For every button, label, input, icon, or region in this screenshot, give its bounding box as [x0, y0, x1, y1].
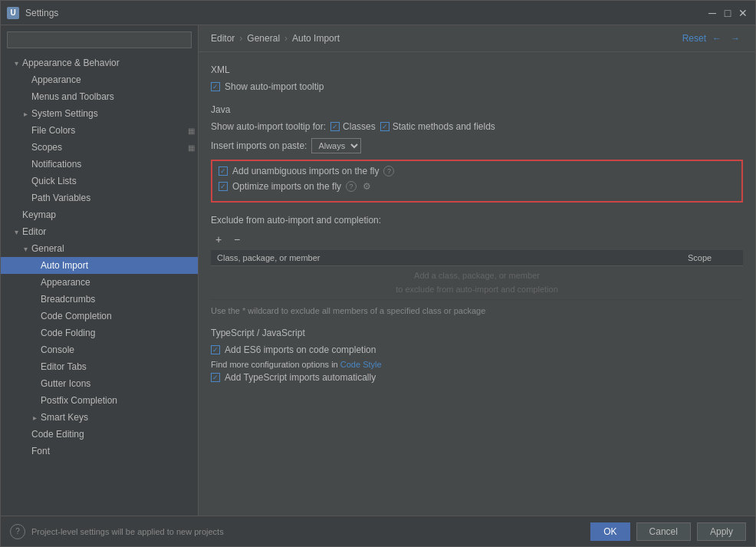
java-unambiguous-row: Add unambiguous imports on the fly ?	[219, 166, 735, 176]
sidebar-label-postfix-completion: Postfix Completion	[41, 395, 195, 406]
xml-show-tooltip-text: Show auto-import tooltip	[225, 81, 324, 92]
exclude-section: Exclude from auto-import and completion:…	[211, 215, 743, 315]
remove-exclude-button[interactable]: −	[229, 232, 245, 247]
sidebar-item-quick-lists[interactable]: Quick Lists	[1, 173, 198, 189]
file-colors-icon: ▦	[188, 127, 195, 135]
col-class-member: Class, package, or member	[211, 250, 682, 266]
sidebar-item-code-editing[interactable]: Code Editing	[1, 426, 198, 443]
sidebar-label-file-colors: File Colors	[31, 125, 185, 136]
optimize-help-icon: ?	[346, 181, 357, 192]
sidebar-item-menus-toolbars[interactable]: Menus and Toolbars	[1, 88, 198, 105]
wildcard-note: Use the * wildcard to exclude all member…	[211, 306, 743, 315]
code-style-link[interactable]: Code Style	[340, 360, 382, 369]
java-static-methods-checkbox[interactable]	[380, 122, 390, 131]
optimize-settings-icon: ⚙	[363, 181, 371, 192]
sidebar-item-code-completion[interactable]: Code Completion	[1, 308, 198, 325]
java-classes-text: Classes	[343, 121, 376, 132]
sidebar-item-auto-import[interactable]: Auto Import	[1, 257, 198, 274]
sidebar-item-font[interactable]: Font	[1, 443, 198, 460]
sidebar-item-scopes[interactable]: Scopes ▦	[1, 139, 198, 156]
sidebar-label-auto-import: Auto Import	[41, 260, 195, 271]
xml-show-tooltip-label[interactable]: Show auto-import tooltip	[211, 81, 324, 92]
ts-auto-import-row: Add TypeScript imports automatically	[211, 372, 743, 383]
typescript-section-title: TypeScript / JavaScript	[211, 328, 743, 338]
java-insert-imports-label: Insert imports on paste:	[211, 140, 307, 151]
forward-button[interactable]: →	[728, 31, 743, 45]
main-content: Appearance & Behavior Appearance Menus a…	[1, 25, 755, 516]
java-tooltip-for-label: Show auto-import tooltip for:	[211, 121, 326, 132]
ts-auto-import-label[interactable]: Add TypeScript imports automatically	[211, 372, 376, 383]
sidebar-item-smart-keys[interactable]: Smart Keys	[1, 409, 198, 426]
sidebar-item-system-settings[interactable]: System Settings	[1, 105, 198, 122]
sidebar-label-menus-toolbars: Menus and Toolbars	[31, 91, 195, 102]
sidebar-item-breadcrumbs[interactable]: Breadcrumbs	[1, 291, 198, 308]
minimize-button[interactable]: ─	[706, 7, 718, 19]
breadcrumb: Editor › General › Auto Import	[211, 33, 340, 44]
exclude-section-title: Exclude from auto-import and completion:	[211, 215, 743, 226]
java-optimize-checkbox[interactable]	[219, 182, 228, 191]
add-exclude-button[interactable]: +	[211, 232, 226, 247]
empty-hint-line2: to exclude from auto-import and completi…	[396, 285, 558, 294]
close-button[interactable]: ✕	[737, 7, 749, 19]
reset-button[interactable]: Reset	[682, 33, 706, 44]
sidebar-item-gutter-icons[interactable]: Gutter Icons	[1, 375, 198, 392]
xml-show-tooltip-checkbox[interactable]	[211, 82, 220, 91]
sidebar-label-general: General	[31, 243, 195, 254]
sidebar-item-file-colors[interactable]: File Colors ▦	[1, 122, 198, 139]
sidebar-item-editor-tabs[interactable]: Editor Tabs	[1, 358, 198, 375]
maximize-button[interactable]: □	[721, 7, 734, 19]
col-scope: Scope	[682, 250, 743, 266]
java-unambiguous-label[interactable]: Add unambiguous imports on the fly ?	[219, 166, 394, 176]
xml-section-title: XML	[211, 64, 743, 75]
search-input[interactable]	[7, 31, 192, 48]
sidebar-item-appearance[interactable]: Appearance	[1, 71, 198, 88]
tree-arrow-appearance-behavior	[10, 57, 22, 69]
sidebar-item-appearance-behavior[interactable]: Appearance & Behavior	[1, 54, 198, 71]
java-classes-checkbox[interactable]	[330, 122, 340, 131]
table-toolbar: + −	[211, 232, 743, 247]
breadcrumb-auto-import: Auto Import	[292, 33, 340, 44]
sidebar-item-code-folding[interactable]: Code Folding	[1, 325, 198, 341]
java-classes-label[interactable]: Classes	[330, 121, 376, 132]
java-insert-imports-select[interactable]: Always Ask Never	[311, 138, 361, 153]
sidebar-item-keymap[interactable]: Keymap	[1, 206, 198, 223]
sidebar-item-notifications[interactable]: Notifications	[1, 156, 198, 173]
breadcrumb-editor: Editor	[211, 33, 235, 44]
ok-button[interactable]: OK	[590, 522, 629, 541]
sidebar-item-postfix-completion[interactable]: Postfix Completion	[1, 392, 198, 409]
sidebar-item-path-variables[interactable]: Path Variables	[1, 189, 198, 206]
back-button[interactable]: ←	[709, 31, 725, 45]
sidebar-label-code-folding: Code Folding	[41, 328, 195, 338]
java-optimize-label[interactable]: Optimize imports on the fly ? ⚙	[219, 181, 371, 192]
xml-section: XML Show auto-import tooltip	[211, 64, 743, 92]
java-unambiguous-checkbox[interactable]	[219, 166, 228, 176]
cancel-button[interactable]: Cancel	[636, 522, 691, 541]
ts-auto-import-checkbox[interactable]	[211, 373, 220, 382]
java-static-methods-text: Static methods and fields	[393, 121, 495, 132]
tree-arrow-system	[19, 107, 31, 120]
exclude-table: Class, package, or member Scope Add a cl…	[211, 250, 743, 300]
ts-es6-label[interactable]: Add ES6 imports on code completion	[211, 344, 376, 355]
sidebar-label-keymap: Keymap	[22, 209, 195, 220]
scopes-icon: ▦	[188, 143, 195, 152]
java-optimize-text: Optimize imports on the fly	[232, 181, 341, 192]
unambiguous-help-icon: ?	[383, 166, 394, 176]
sidebar-label-notifications: Notifications	[31, 159, 195, 170]
ts-es6-checkbox[interactable]	[211, 345, 220, 354]
sidebar-item-editor[interactable]: Editor	[1, 223, 198, 240]
help-bottom-icon[interactable]: ?	[10, 524, 25, 539]
java-static-methods-label[interactable]: Static methods and fields	[380, 121, 495, 132]
apply-button[interactable]: Apply	[697, 522, 746, 541]
java-unambiguous-text: Add unambiguous imports on the fly	[232, 166, 379, 176]
sidebar-item-general[interactable]: General	[1, 240, 198, 257]
bottom-buttons: OK Cancel Apply	[590, 522, 746, 541]
window-title: Settings	[25, 8, 706, 18]
sidebar-item-appearance-gen[interactable]: Appearance	[1, 274, 198, 291]
bottom-note: Project-level settings will be applied t…	[31, 527, 590, 536]
sidebar-item-console[interactable]: Console	[1, 341, 198, 358]
breadcrumb-general: General	[247, 33, 280, 44]
java-insert-imports-row: Insert imports on paste: Always Ask Neve…	[211, 138, 743, 153]
search-container	[1, 25, 198, 54]
empty-hint-line1: Add a class, package, or member	[414, 271, 540, 280]
exclude-table-empty-row: Add a class, package, or member to exclu…	[211, 266, 743, 300]
